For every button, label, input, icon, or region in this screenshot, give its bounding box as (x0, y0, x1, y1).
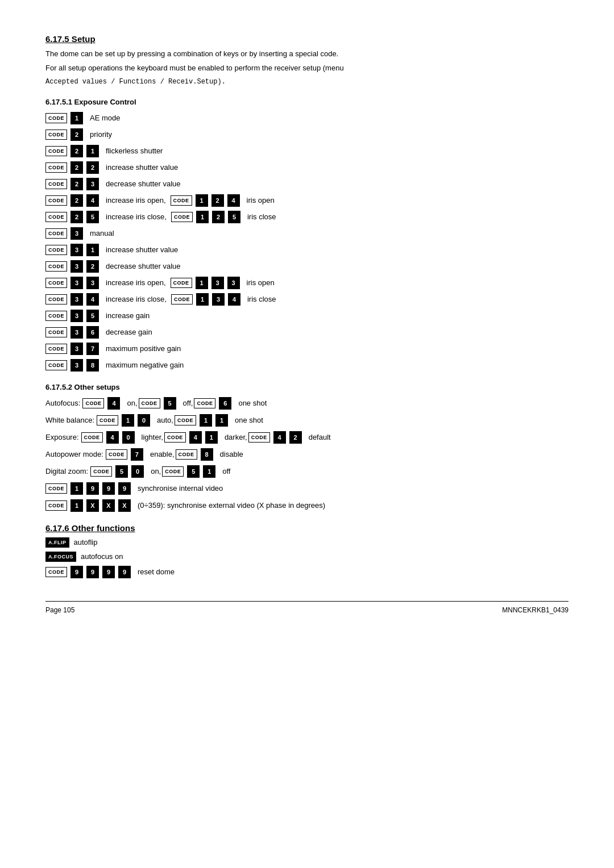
exposure-row: CODE25increase iris close,CODE125iris cl… (45, 211, 569, 223)
other-functions: A.FLIPautoflipA.FOCUSautofocus onCODE999… (45, 537, 569, 578)
other-setups: Autofocus: CODE4 on, CODE5 off, CODE6 on… (45, 397, 569, 478)
row-label: maximum positive gain (106, 344, 181, 353)
exposure-row: CODE1AE mode (45, 112, 569, 124)
num-badge: 4 (107, 397, 120, 410)
row-label: manual (90, 229, 114, 237)
num-badge: 9 (86, 482, 99, 495)
code-badge: CODE (82, 398, 104, 408)
num-badge: 1 (200, 414, 212, 427)
num-badge: 3 (70, 343, 83, 355)
setup-prefix: Autopower mode: (45, 450, 103, 458)
setup-suffix: lighter, (142, 433, 163, 441)
exposure-row: CODE22increase shutter value (45, 161, 569, 174)
num-badge: X (102, 499, 115, 512)
num-badge: 3 (70, 310, 83, 322)
num-badge: 2 (70, 161, 83, 174)
num-badge: 4 (86, 194, 99, 207)
num-badge: 8 (86, 359, 99, 372)
num-badge: 1 (196, 293, 209, 306)
num-badge: 5 (228, 211, 240, 223)
setup-suffix: off, (183, 399, 193, 407)
code-badge: CODE (45, 567, 67, 577)
num-badge: 2 (289, 431, 302, 444)
exposure-row: CODE21flickerless shutter (45, 145, 569, 157)
code-badge: CODE (175, 415, 196, 425)
other-setup-row: Autofocus: CODE4 on, CODE5 off, CODE6 on… (45, 397, 569, 410)
code-badge: CODE (45, 261, 67, 272)
other-setup-row: Digital zoom: CODE50 on, CODE51 off (45, 465, 569, 478)
num-badge: 3 (70, 293, 83, 306)
num-badge: 5 (187, 465, 200, 478)
row-label: increase shutter value (106, 163, 178, 172)
code-badge: CODE (194, 398, 215, 408)
num-badge: 6 (86, 326, 99, 339)
setup-suffix: default (309, 433, 331, 441)
code-badge: CODE (45, 146, 67, 156)
exposure-row: CODE32decrease shutter value (45, 260, 569, 273)
num-badge: X (118, 499, 131, 512)
setup-prefix: Digital zoom: (45, 467, 88, 475)
row-label: flickerless shutter (106, 147, 163, 155)
code-badge: CODE (139, 398, 160, 408)
footer: Page 105 MNNCEKRKB1_0439 (45, 606, 569, 614)
num-badge: 1 (86, 244, 99, 256)
num-badge: 2 (70, 145, 83, 157)
num-badge: 2 (211, 194, 224, 207)
num-badge: 1 (203, 465, 215, 478)
code-badge: CODE (45, 130, 67, 140)
other-setups-rows: CODE1999synchronise internal videoCODE1X… (45, 482, 569, 512)
setup-prefix: Exposure: (45, 433, 79, 441)
num-badge: 3 (212, 293, 225, 306)
num-badge: 5 (86, 310, 99, 322)
row-label: maximum negative gain (106, 361, 184, 369)
num-badge: 4 (227, 194, 240, 207)
row-label: AE mode (90, 114, 120, 122)
function-label: autofocus on (81, 552, 123, 561)
num-badge: 2 (86, 161, 99, 174)
row-extra-label: iris close (247, 295, 276, 303)
function-label: autoflip (74, 538, 98, 546)
num-badge: 4 (273, 431, 286, 444)
code-badge: CODE (45, 483, 67, 494)
row-label: increase iris close, (106, 212, 167, 221)
num-badge: 2 (70, 178, 83, 190)
section-title-6175: 6.17.5 Setup (45, 34, 569, 44)
row-label: increase iris open, (106, 278, 166, 287)
num-badge: 5 (115, 465, 128, 478)
other-function-row: CODE9999reset dome (45, 566, 569, 578)
num-badge: 4 (228, 293, 240, 306)
num-badge: 1 (86, 145, 99, 157)
num-badge: 1 (215, 414, 228, 427)
num-badge: 2 (70, 211, 83, 223)
code-badge: CODE (164, 432, 186, 443)
code-badge: CODE (176, 449, 197, 460)
num-badge: 9 (70, 566, 83, 578)
num-badge: 4 (86, 293, 99, 306)
num-badge: 9 (102, 566, 115, 578)
num-badge: 3 (86, 178, 99, 190)
code-badge: CODE (45, 195, 67, 206)
setup-suffix: darker, (225, 433, 247, 441)
other-setup-code-row: CODE1999synchronise internal video (45, 482, 569, 495)
setup-suffix: one shot (235, 416, 263, 424)
code-badge: CODE (45, 344, 67, 354)
page-content: 6.17.5 Setup The dome can be set up by p… (45, 34, 569, 578)
exposure-row: CODE33increase iris open,CODE133iris ope… (45, 277, 569, 289)
num-badge: 1 (70, 112, 83, 124)
function-label: reset dome (138, 567, 175, 576)
row-label: increase iris close, (106, 295, 167, 303)
num-badge: 6 (219, 397, 231, 410)
intro-line-2: For all setup operations the keyboard mu… (45, 62, 569, 74)
num-badge: 1 (196, 277, 208, 289)
num-badge: 3 (70, 326, 83, 339)
other-setup-code-row: CODE1XXX(0÷359): synchronise external vi… (45, 499, 569, 512)
setup-prefix: Autofocus: (45, 399, 80, 407)
num-badge: 5 (86, 211, 99, 223)
section-title-61752: 6.17.5.2 Other setups (45, 383, 569, 391)
num-badge: 1 (196, 211, 209, 223)
exposure-row: CODE35increase gain (45, 310, 569, 322)
num-badge: 1 (122, 414, 134, 427)
row-label: increase shutter value (106, 245, 178, 254)
num-badge: 9 (118, 482, 131, 495)
row-label: (0÷359): synchronise external video (X p… (138, 501, 325, 510)
